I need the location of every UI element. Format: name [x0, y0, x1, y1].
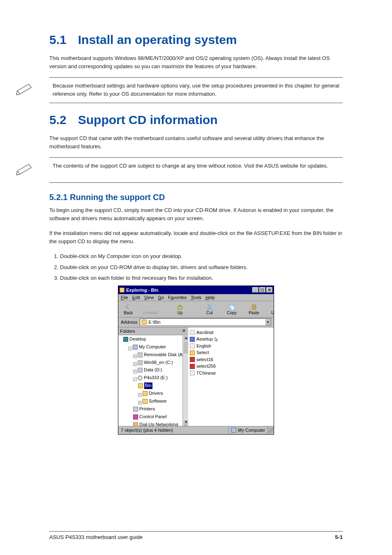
app-icon [120, 288, 125, 292]
list-item[interactable]: select16 [190, 356, 272, 363]
heading-5-1: 5.1 Install an operating system [49, 33, 343, 47]
file-icon [190, 343, 195, 348]
cdrom-icon [138, 375, 143, 380]
menu-go[interactable]: Go [158, 295, 164, 300]
file-icon [190, 371, 195, 375]
menu-favorites[interactable]: Favorites [168, 295, 187, 300]
footer-right: 5-1 [335, 534, 343, 540]
address-label: Address [121, 320, 137, 325]
note-box-1: Because motherboard settings and hardwar… [49, 77, 343, 103]
explorer-window: Exploring - Bin _ ▢ ✕ File Edit View Go … [118, 286, 274, 435]
footer-left: ASUS P4S333 motherboard user guide [49, 534, 143, 540]
folder-tree[interactable]: Desktop −My Computer +Removable Disk (A:… [118, 335, 188, 426]
heading-title: Support CD information [78, 113, 218, 127]
note-box-2: The contents of the support CD are subje… [49, 157, 343, 183]
menu-bar: File Edit View Go Favorites Tools Help [118, 294, 274, 301]
scrollbar-thumb[interactable] [183, 341, 188, 353]
selected-folder[interactable]: Bin [144, 382, 152, 389]
up-icon [176, 303, 184, 311]
desktop-icon [123, 337, 128, 342]
list-item[interactable]: Assetup [190, 336, 272, 343]
toolbar-back[interactable]: Back [121, 303, 136, 315]
toolbar: Back Forward Up Cut Copy Paste Undo [118, 301, 274, 318]
dialup-icon [133, 422, 138, 426]
sub521-para2: If the installation menu did not appear … [49, 229, 343, 246]
svg-line-3 [17, 171, 20, 174]
file-icon [190, 330, 195, 335]
page-footer: ASUS P4S333 motherboard user guide 5-1 [49, 531, 343, 540]
heading-number: 5.1 [49, 33, 67, 47]
heading-number: 5.2 [49, 113, 67, 127]
folders-panel: Folders ✕ Desktop −My Computer +Removabl… [118, 327, 188, 426]
menu-tools[interactable]: Tools [191, 295, 201, 300]
address-value: E:\Bin [148, 320, 160, 325]
resize-grip-icon[interactable] [268, 427, 274, 433]
list-item[interactable]: Ascdinst [190, 329, 272, 336]
heading-5-2: 5.2 Support CD information [49, 113, 343, 127]
folder-icon [142, 320, 147, 325]
pencil-icon [12, 82, 37, 98]
svg-rect-8 [231, 306, 234, 310]
subheading-5-2-1: 5.2.1 Running the support CD [49, 193, 343, 202]
svg-rect-4 [178, 306, 182, 309]
computer-icon [133, 345, 138, 350]
close-button[interactable]: ✕ [266, 287, 272, 292]
toolbar-up[interactable]: Up [173, 303, 187, 315]
titlebar: Exploring - Bin _ ▢ ✕ [118, 286, 274, 294]
window-title: Exploring - Bin [126, 288, 158, 292]
list-item[interactable]: English [190, 343, 272, 350]
status-object-count: 7 object(s) (plus 4 hidden) [121, 428, 173, 433]
control-panel-icon [133, 415, 138, 419]
toolbar-cut[interactable]: Cut [202, 303, 217, 315]
drive-icon [138, 368, 143, 373]
menu-file[interactable]: File [121, 295, 128, 300]
dropdown-arrow-icon[interactable]: ▼ [265, 319, 271, 325]
maximize-button[interactable]: ▢ [259, 287, 265, 292]
step-item: Double-click on your CD-ROM drive to dis… [60, 263, 343, 272]
file-icon [190, 357, 195, 362]
svg-rect-10 [253, 304, 255, 306]
status-location: My Computer [238, 428, 265, 433]
note-text-1: Because motherboard settings and hardwar… [53, 82, 341, 98]
list-item[interactable]: Select [190, 349, 272, 356]
folder-icon [138, 383, 143, 388]
cursor-icon [214, 337, 219, 342]
note-text-2: The contents of the support CD are subje… [53, 162, 341, 170]
step-item: Double-click on My Computer icon on your… [60, 252, 343, 260]
folder-icon [143, 391, 148, 396]
folder-icon [143, 399, 148, 404]
folders-label: Folders [120, 329, 135, 334]
panel-close-icon[interactable]: ✕ [181, 328, 187, 334]
list-item[interactable]: select256 [190, 363, 272, 370]
file-list-panel[interactable]: Ascdinst Assetup English Select select16… [188, 327, 274, 426]
menu-view[interactable]: View [144, 295, 154, 300]
menu-edit[interactable]: Edit [132, 295, 140, 300]
scrollbar-vertical[interactable] [182, 335, 188, 426]
menu-help[interactable]: Help [205, 295, 215, 300]
minimize-button[interactable]: _ [252, 287, 258, 292]
cut-icon [205, 303, 214, 311]
toolbar-paste[interactable]: Paste [247, 303, 261, 315]
address-bar: Address E:\Bin ▼ [118, 318, 274, 327]
heading-title: Install an operating system [78, 33, 237, 47]
floppy-icon [138, 352, 143, 357]
address-field[interactable]: E:\Bin ▼ [140, 318, 271, 326]
back-icon [124, 303, 132, 311]
toolbar-forward: Forward [143, 303, 158, 315]
section2-paragraph: The support CD that came with the mother… [49, 134, 343, 151]
svg-line-1 [17, 91, 20, 94]
computer-icon [231, 428, 236, 433]
toolbar-copy[interactable]: Copy [224, 303, 239, 315]
pencil-icon [12, 162, 37, 178]
file-icon [190, 350, 195, 355]
list-item[interactable]: TChinese [190, 370, 272, 377]
copy-icon [228, 303, 236, 311]
file-icon [190, 364, 195, 369]
undo-icon [272, 303, 274, 311]
paste-icon [250, 303, 258, 311]
toolbar-undo[interactable]: Undo [269, 303, 274, 315]
printer-icon [133, 407, 138, 412]
status-bar: 7 object(s) (plus 4 hidden) My Computer [118, 426, 274, 434]
drive-icon [138, 360, 143, 365]
steps-list: Double-click on My Computer icon on your… [60, 252, 343, 282]
